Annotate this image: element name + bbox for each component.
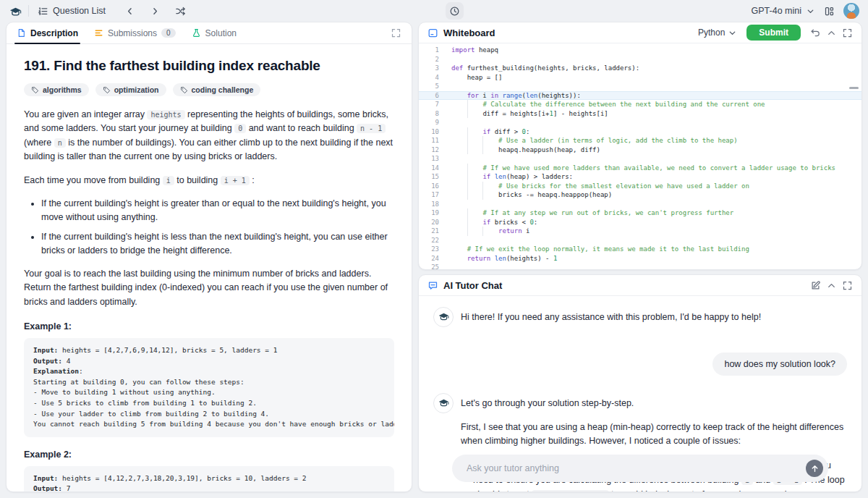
line-number: 21	[419, 227, 439, 236]
topbar-divider	[28, 5, 29, 17]
code-line: 19 # If at any step we run out of bricks…	[419, 208, 861, 218]
tab-description[interactable]: Description	[17, 22, 78, 43]
fullscreen-icon[interactable]	[391, 28, 401, 38]
line-number: 15	[419, 172, 439, 182]
chat-input-bar	[452, 455, 828, 482]
editor-scrollbar-thumb[interactable]	[849, 87, 859, 89]
paragraph: Let's go through your solution step-by-s…	[461, 397, 847, 410]
language-selector[interactable]: Python	[698, 28, 737, 38]
whiteboard-panel: Whiteboard Python Submit	[418, 22, 862, 270]
line-number: 24	[419, 254, 439, 263]
inline-code: heights	[147, 110, 184, 119]
language-label: Python	[698, 28, 725, 38]
fullscreen-icon[interactable]	[842, 28, 853, 38]
tag-pill: coding challenge	[173, 83, 261, 96]
paragraph: You are given an integer array heights r…	[24, 108, 394, 164]
layout-icon	[824, 6, 835, 17]
line-number: 2	[419, 55, 439, 64]
code-line: 14 # If we have used more ladders than a…	[419, 164, 861, 173]
collapse-icon[interactable]	[826, 28, 837, 38]
topbar: Question List	[0, 0, 868, 22]
tab-submissions[interactable]: Submissions 0	[94, 22, 176, 43]
chevron-right-icon	[150, 6, 161, 17]
example-block: Input: heights = [4,12,2,7,3,18,20,3,19]…	[24, 466, 394, 491]
next-question-button[interactable]	[150, 6, 161, 17]
timer-button[interactable]	[446, 2, 464, 20]
inline-code: n	[54, 138, 66, 148]
send-arrow-up-icon	[810, 464, 820, 473]
undo-icon[interactable]	[810, 28, 821, 38]
code-line: 24 return len(heights) - 1	[419, 254, 861, 263]
code-line: 9	[419, 118, 861, 127]
tab-solution[interactable]: Solution	[192, 22, 237, 43]
code-line: 10 if diff > 0:	[419, 127, 861, 137]
code-line: 1import heapq	[419, 46, 861, 55]
inline-code: n - 1	[357, 124, 386, 133]
tutor-avatar	[433, 307, 454, 327]
line-number: 18	[419, 200, 439, 209]
timer-icon	[449, 6, 460, 17]
paragraph: Each time you move from building i to bu…	[24, 174, 394, 187]
problem-panel: Description Submissions 0 Solution	[6, 22, 412, 492]
compose-icon[interactable]	[810, 280, 821, 291]
user-avatar[interactable]	[843, 3, 859, 19]
code-line: 6 for i in range(len(heights)):	[419, 91, 861, 101]
paragraph: Your goal is to reach the last building …	[24, 267, 394, 309]
code-editor[interactable]: 1import heapq23def furthest_building(hei…	[419, 43, 861, 269]
submit-button[interactable]: Submit	[746, 25, 801, 41]
chat-input[interactable]	[465, 463, 799, 474]
example-block: Input: heights = [4,2,7,6,9,14,12], bric…	[24, 338, 394, 437]
code-line: 25	[419, 263, 861, 269]
line-number: 7	[419, 100, 439, 109]
right-column: Whiteboard Python Submit	[418, 22, 862, 492]
inline-code: len(heights) - 1	[532, 490, 608, 491]
tag-row: algorithmsoptimizationcoding challenge	[24, 83, 394, 96]
code-line: 16 # Use bricks for the smallest elevati…	[419, 182, 861, 191]
paragraph: Hi there! If you need any assistance wit…	[461, 311, 847, 324]
line-number: 25	[419, 263, 439, 269]
line-number: 1	[419, 46, 439, 55]
tag-icon	[103, 86, 111, 94]
line-number: 9	[419, 118, 439, 127]
numbered-list-icon	[38, 6, 48, 17]
prev-question-button[interactable]	[124, 6, 135, 17]
code-line: 20 if bricks < 0:	[419, 218, 861, 227]
line-number: 19	[419, 208, 439, 218]
tag-icon	[180, 86, 188, 94]
line-number: 14	[419, 164, 439, 173]
code-line: 8 diff = heights[i+1] - heights[i]	[419, 109, 861, 119]
user-bubble: how does my solution look?	[712, 353, 847, 376]
question-list-label: Question List	[53, 6, 106, 16]
code-line: 15 if len(heap) > ladders:	[419, 172, 861, 182]
app-logo[interactable]	[9, 6, 20, 17]
example-label: Example 2:	[24, 450, 394, 460]
line-number: 3	[419, 64, 439, 73]
question-list-button[interactable]: Question List	[38, 6, 106, 17]
model-label: GPT-4o mini	[752, 6, 801, 16]
model-selector[interactable]: GPT-4o mini	[752, 6, 815, 16]
fullscreen-icon[interactable]	[842, 280, 853, 291]
code-line: 23 # If we exit the loop normally, it me…	[419, 245, 861, 254]
code-line: 13	[419, 154, 861, 164]
shuffle-button[interactable]	[175, 6, 186, 17]
graduation-cap-icon	[9, 6, 20, 17]
layout-button[interactable]	[824, 6, 835, 17]
line-number: 11	[419, 136, 439, 145]
send-button[interactable]	[806, 460, 823, 477]
code-line: 7 # Calculate the difference between the…	[419, 100, 861, 109]
tab-solution-label: Solution	[205, 28, 237, 38]
code-line: 22	[419, 236, 861, 245]
document-icon	[17, 28, 26, 38]
ai-tutor-chat-panel: AI Tutor Chat Hi there! If you need any …	[418, 274, 862, 492]
bullet-item: If the current building's height is less…	[41, 230, 394, 258]
topbar-right: GPT-4o mini	[752, 3, 859, 19]
main-area: Description Submissions 0 Solution	[6, 22, 862, 492]
code-line: 4 heap = []	[419, 73, 861, 83]
collapse-icon[interactable]	[826, 280, 837, 291]
chat-message-user: how does my solution look?	[433, 353, 847, 376]
bullet-item: If the current building's height is grea…	[41, 197, 394, 224]
chevron-down-icon	[806, 7, 815, 16]
line-number: 23	[419, 245, 439, 254]
tutor-avatar	[433, 393, 454, 413]
whiteboard-header: Whiteboard Python Submit	[419, 22, 861, 43]
